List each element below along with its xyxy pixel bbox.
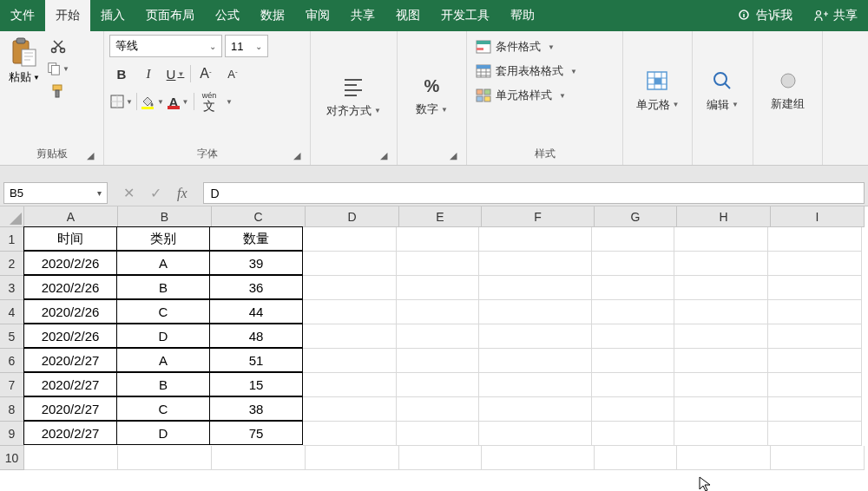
row-header-5[interactable]: 5	[0, 324, 24, 349]
cell-I3[interactable]	[768, 276, 862, 300]
cell-C4[interactable]: 44	[209, 299, 303, 324]
cell-E5[interactable]	[397, 324, 479, 349]
cell-H3[interactable]	[674, 276, 768, 300]
tab-formulas[interactable]: 公式	[205, 0, 250, 31]
cell-D10[interactable]	[306, 446, 399, 470]
row-header-4[interactable]: 4	[0, 300, 24, 324]
cell-E10[interactable]	[399, 446, 482, 470]
number-dialog-launcher[interactable]: ◢	[447, 149, 459, 161]
col-header-G[interactable]: G	[595, 206, 677, 227]
cell-E2[interactable]	[397, 252, 479, 276]
cell-G5[interactable]	[592, 324, 674, 349]
cell-D9[interactable]	[303, 422, 397, 446]
cell-F3[interactable]	[479, 276, 592, 300]
tab-file[interactable]: 文件	[0, 0, 45, 31]
tab-insert[interactable]: 插入	[90, 0, 135, 31]
cell-D2[interactable]	[303, 252, 397, 276]
cell-F6[interactable]	[479, 349, 592, 373]
tab-share[interactable]: 共享	[340, 0, 385, 31]
cell-H8[interactable]	[674, 397, 768, 422]
tab-developer[interactable]: 开发工具	[431, 0, 500, 31]
number-button[interactable]: % 数字▼	[409, 73, 455, 121]
cell-E6[interactable]	[397, 349, 479, 373]
cell-C9[interactable]: 75	[209, 421, 303, 445]
clipboard-dialog-launcher[interactable]: ◢	[84, 149, 96, 161]
row-header-8[interactable]: 8	[0, 397, 24, 422]
bold-button[interactable]: B	[109, 62, 134, 85]
cell-D3[interactable]	[303, 276, 397, 300]
cell-H1[interactable]	[674, 227, 768, 252]
paste-button[interactable]: 粘贴▼	[9, 69, 40, 85]
cell-B1[interactable]: 类别	[116, 226, 210, 251]
cell-G1[interactable]	[592, 227, 674, 252]
cell-E4[interactable]	[397, 300, 479, 324]
cell-F9[interactable]	[479, 422, 592, 446]
cell-G9[interactable]	[592, 422, 674, 446]
shrink-font-button[interactable]: Aˇ	[220, 62, 245, 85]
borders-button[interactable]: ▼	[109, 90, 134, 113]
cell-F5[interactable]	[479, 324, 592, 349]
editing-button[interactable]: 编辑▼	[700, 66, 746, 116]
tab-help[interactable]: 帮助	[500, 0, 545, 31]
tell-me[interactable]: 告诉我	[727, 0, 803, 31]
cell-A2[interactable]: 2020/2/26	[23, 251, 117, 275]
cell-D8[interactable]	[303, 397, 397, 422]
cell-D1[interactable]	[303, 227, 397, 252]
cell-A9[interactable]: 2020/2/27	[23, 421, 117, 445]
row-header-10[interactable]: 10	[0, 446, 24, 470]
cell-A3[interactable]: 2020/2/26	[23, 275, 117, 299]
cell-A5[interactable]: 2020/2/26	[23, 324, 117, 348]
cell-F8[interactable]	[479, 397, 592, 422]
paste-icon[interactable]	[10, 36, 39, 68]
cell-C8[interactable]: 38	[209, 396, 303, 421]
phonetic-button[interactable]: wén文	[197, 90, 221, 113]
row-header-3[interactable]: 3	[0, 276, 24, 300]
tab-home[interactable]: 开始	[45, 0, 90, 31]
cell-B10[interactable]	[118, 446, 212, 470]
row-header-7[interactable]: 7	[0, 373, 24, 397]
cell-I2[interactable]	[768, 252, 862, 276]
newgroup-button[interactable]: 新建组	[764, 67, 812, 115]
cell-I6[interactable]	[768, 349, 862, 373]
share-button[interactable]: 共享	[803, 0, 868, 31]
cell-I1[interactable]	[768, 227, 862, 252]
cell-I9[interactable]	[768, 422, 862, 446]
row-header-1[interactable]: 1	[0, 227, 24, 252]
fx-enter-icon[interactable]: ✓	[150, 185, 161, 201]
cell-B6[interactable]: A	[116, 348, 210, 372]
cell-I7[interactable]	[768, 373, 862, 397]
cell-G3[interactable]	[592, 276, 674, 300]
cell-B3[interactable]: B	[116, 275, 210, 299]
fx-icon[interactable]: fx	[177, 186, 187, 201]
cell-H10[interactable]	[677, 446, 771, 470]
font-dialog-launcher[interactable]: ◢	[291, 149, 303, 161]
formula-input[interactable]: D	[203, 182, 865, 204]
cells-button[interactable]: 单元格▼	[629, 66, 687, 116]
cell-F4[interactable]	[479, 300, 592, 324]
select-all-corner[interactable]	[0, 206, 24, 227]
tab-pagelayout[interactable]: 页面布局	[135, 0, 205, 31]
col-header-E[interactable]: E	[399, 206, 482, 227]
cell-B8[interactable]: C	[116, 396, 210, 421]
cell-E8[interactable]	[397, 397, 479, 422]
grow-font-button[interactable]: Aˆ	[194, 62, 218, 85]
col-header-A[interactable]: A	[24, 206, 118, 227]
cell-B5[interactable]: D	[116, 324, 210, 348]
cell-B7[interactable]: B	[116, 372, 210, 396]
fx-cancel-icon[interactable]: ✕	[123, 185, 135, 201]
cell-G8[interactable]	[592, 397, 674, 422]
font-name-select[interactable]: 等线⌄	[109, 35, 222, 57]
cell-G6[interactable]	[592, 349, 674, 373]
cell-A10[interactable]	[24, 446, 118, 470]
cell-C5[interactable]: 48	[209, 324, 303, 348]
cell-I8[interactable]	[768, 397, 862, 422]
format-painter-button[interactable]	[47, 82, 69, 101]
underline-button[interactable]: U▼	[163, 62, 187, 85]
cell-E1[interactable]	[397, 227, 479, 252]
cell-C1[interactable]: 数量	[209, 226, 303, 251]
cell-H4[interactable]	[674, 300, 768, 324]
cell-A1[interactable]: 时间	[23, 226, 117, 251]
cell-F1[interactable]	[479, 227, 592, 252]
fill-color-button[interactable]: ▼	[140, 90, 164, 113]
cell-F2[interactable]	[479, 252, 592, 276]
